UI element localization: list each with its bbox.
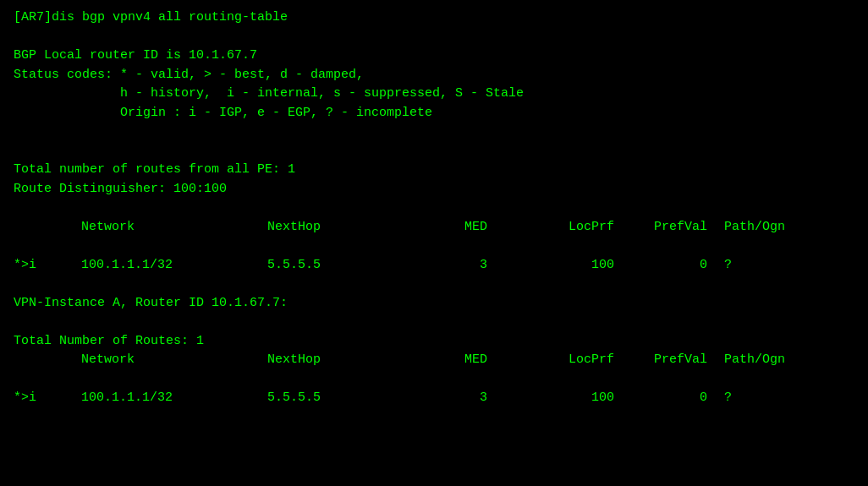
blank-1 — [14, 28, 854, 47]
row1-prefval: 0 — [631, 256, 724, 276]
terminal: [AR7]dis bgp vpnv4 all routing-table BGP… — [14, 8, 854, 408]
header-med-col: MED — [403, 218, 504, 238]
header-nexthop-col: NextHop — [267, 218, 403, 238]
row1-network: 100.1.1.1/32 — [81, 256, 267, 276]
t2-header-locprf-col: LocPrf — [504, 351, 631, 370]
blank-7 — [14, 313, 854, 332]
vpn-instance-line: VPN-Instance A, Router ID 10.1.67.7: — [14, 294, 854, 314]
bgp-info-line4: Origin : i - IGP, e - EGP, ? - incomplet… — [14, 104, 854, 123]
t2-header-prefval-col: PrefVal — [631, 351, 724, 370]
row1-med: 3 — [403, 256, 504, 276]
t2-header-med-col: MED — [403, 351, 504, 370]
table1-header: Network NextHop MED LocPrf PrefVal Path/… — [14, 218, 854, 238]
blank-5 — [14, 237, 854, 256]
t2-row1-network: 100.1.1.1/32 — [81, 389, 267, 408]
blank-4 — [14, 199, 854, 218]
t2-row1-nexthop: 5.5.5.5 — [267, 389, 403, 408]
prompt-line: [AR7]dis bgp vpnv4 all routing-table — [14, 8, 854, 28]
row1-pathogn: ? — [724, 256, 732, 276]
blank-8 — [14, 370, 854, 390]
table1-row1: *>i 100.1.1.1/32 5.5.5.5 3 100 0 ? — [14, 256, 854, 276]
t2-row1-locprf: 100 — [504, 389, 631, 408]
bgp-info-line3: h - history, i - internal, s - suppresse… — [14, 85, 854, 104]
t2-row1-pathogn: ? — [724, 389, 732, 408]
blank-2 — [14, 123, 854, 142]
bgp-info-line1: BGP Local router ID is 10.1.67.7 — [14, 46, 854, 66]
header-pathogn-col: Path/Ogn — [724, 218, 785, 238]
row1-locprf: 100 — [504, 256, 631, 276]
t2-header-pathogn-col: Path/Ogn — [724, 351, 785, 370]
total-routes-line: Total number of routes from all PE: 1 — [14, 161, 854, 180]
row1-nexthop: 5.5.5.5 — [267, 256, 403, 276]
route-dist-line: Route Distinguisher: 100:100 — [14, 180, 854, 199]
t2-header-nexthop-col: NextHop — [267, 351, 403, 370]
table2-header: Network NextHop MED LocPrf PrefVal Path/… — [14, 351, 854, 370]
table2-row1: *>i 100.1.1.1/32 5.5.5.5 3 100 0 ? — [14, 389, 854, 408]
header-flag-col — [14, 218, 81, 238]
t2-header-flag-col — [14, 351, 81, 370]
row1-flag: *>i — [14, 256, 81, 276]
blank-6 — [14, 275, 854, 294]
header-prefval-col: PrefVal — [631, 218, 724, 238]
header-network-col: Network — [81, 218, 267, 238]
table2-total: Total Number of Routes: 1 — [14, 332, 854, 352]
header-locprf-col: LocPrf — [504, 218, 631, 238]
t2-row1-med: 3 — [403, 389, 504, 408]
t2-header-network-col: Network — [81, 351, 267, 370]
t2-row1-flag: *>i — [14, 389, 81, 408]
blank-3 — [14, 142, 854, 161]
t2-row1-prefval: 0 — [631, 389, 724, 408]
bgp-info-line2: Status codes: * - valid, > - best, d - d… — [14, 66, 854, 85]
